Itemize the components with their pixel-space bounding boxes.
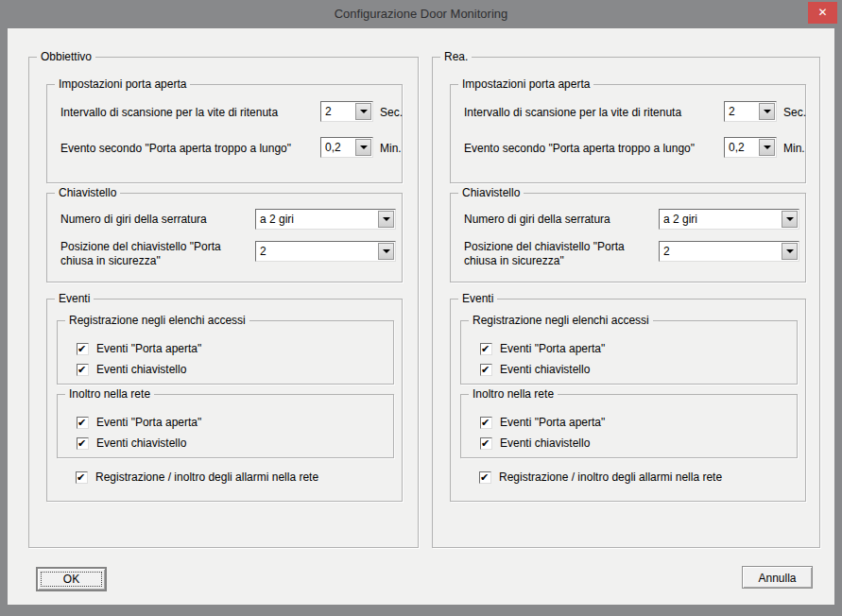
checkbox-label: Eventi chiavistello [500,363,590,376]
group-inoltro-rete: Inoltro nella rete Eventi "Porta aperta"… [57,394,394,458]
title-bar: Configurazione Door Monitoring ✕ [0,0,842,28]
chevron-down-icon [360,110,368,113]
checkbox-row: Eventi "Porta aperta" [77,341,201,356]
checkbox-row: Eventi "Porta aperta" [480,341,605,356]
checkbox-label: Eventi "Porta aperta" [500,416,605,429]
dialog-body: Obbiettivo Impostazioni porta aperta Int… [8,28,834,605]
chevron-down-icon [786,249,794,253]
checkbox-row: Eventi chiavistello [77,362,186,377]
panel-rea-title: Rea. [440,50,472,63]
checkbox-label: Eventi "Porta aperta" [96,416,201,429]
door-open-event-select[interactable]: 0,2 [320,137,373,158]
dropdown-button[interactable] [355,139,371,156]
checkbox-chiavistello[interactable] [480,364,492,376]
lock-turns-value: a 2 giri [260,213,294,226]
checkbox-porta-aperta[interactable] [480,417,492,429]
lock-turns-label: Numero di giri della serratura [464,213,610,226]
door-open-event-label: Evento secondo "Porta aperta troppo a lu… [60,142,291,155]
door-open-event-value: 0,2 [729,141,745,154]
door-open-event-label: Evento secondo "Porta aperta troppo a lu… [464,142,695,155]
lock-turns-label: Numero di giri della serratura [60,213,207,226]
group-title: Inoltro nella rete [469,387,558,401]
group-registrazione-accessi: Registrazione negli elenchi accessi Even… [460,320,798,385]
group-title: Impostazioni porta aperta [55,77,190,91]
group-chiavistello: Chiavistello Numero di giri della serrat… [46,193,403,282]
checkbox-label: Eventi chiavistello [96,363,186,376]
scan-interval-select[interactable]: 2 [320,101,373,122]
cancel-button-label: Annulla [758,572,796,585]
scan-interval-select[interactable]: 2 [724,101,777,122]
group-title: Eventi [458,292,497,305]
dropdown-button[interactable] [355,103,371,120]
group-title: Registrazione negli elenchi accessi [65,314,249,327]
scan-interval-unit: Sec. [783,106,806,119]
checkbox-row: Registrazione / inoltro degli allarmi ne… [76,470,318,485]
dropdown-button[interactable] [759,139,775,156]
group-title: Chiavistello [458,186,524,199]
checkbox-row: Eventi chiavistello [480,362,590,377]
group-impostazioni-porta-aperta: Impostazioni porta aperta Intervallo di … [450,84,806,183]
checkbox-label: Registrazione / inoltro degli allarmi ne… [499,471,722,484]
chevron-down-icon [764,110,771,113]
checkbox-row: Eventi "Porta aperta" [77,415,201,430]
scan-interval-label: Intervallo di scansione per la vite di r… [60,106,278,119]
close-button[interactable]: ✕ [808,2,837,24]
door-open-event-select[interactable]: 0,2 [724,137,777,158]
door-open-event-value: 0,2 [325,141,341,154]
checkbox-row: Eventi "Porta aperta" [480,415,605,430]
chevron-down-icon [360,145,368,149]
group-title: Registrazione negli elenchi accessi [469,314,653,327]
checkbox-row: Eventi chiavistello [480,436,590,451]
panel-obbiettivo-title: Obbiettivo [37,50,95,63]
scan-interval-unit: Sec. [380,106,403,119]
lock-turns-select[interactable]: a 2 giri [659,209,799,230]
checkbox-allarmi-rete[interactable] [76,471,88,484]
checkbox-chiavistello[interactable] [480,437,492,450]
cancel-button[interactable]: Annulla [742,566,813,589]
checkbox-label: Eventi chiavistello [500,436,590,450]
group-registrazione-accessi: Registrazione negli elenchi accessi Even… [57,320,394,385]
checkbox-porta-aperta[interactable] [77,343,89,355]
bolt-position-value: 2 [663,245,670,258]
group-eventi: Eventi Registrazione negli elenchi acces… [46,299,403,502]
dropdown-button[interactable] [782,243,798,260]
window-title: Configurazione Door Monitoring [0,7,842,21]
chevron-down-icon [383,217,390,221]
group-impostazioni-porta-aperta: Impostazioni porta aperta Intervallo di … [46,84,403,183]
bolt-position-select[interactable]: 2 [659,241,799,262]
lock-turns-select[interactable]: a 2 giri [255,209,396,230]
scan-interval-label: Intervallo di scansione per la vite di r… [464,106,681,119]
panel-obbiettivo: Obbiettivo Impostazioni porta aperta Int… [28,57,419,548]
group-chiavistello: Chiavistello Numero di giri della serrat… [450,193,806,282]
ok-button[interactable]: OK [36,567,107,591]
bolt-position-select[interactable]: 2 [255,241,396,262]
checkbox-label: Registrazione / inoltro degli allarmi ne… [95,471,318,484]
scan-interval-value: 2 [729,105,735,118]
dropdown-button[interactable] [759,103,775,120]
door-open-event-unit: Min. [783,142,805,155]
dropdown-button[interactable] [782,211,798,228]
chevron-down-icon [764,145,771,149]
checkbox-chiavistello[interactable] [77,437,89,450]
bolt-position-label: Posizione del chiavistello "Porta chiusa… [60,240,254,268]
dropdown-button[interactable] [378,243,394,260]
checkbox-label: Eventi chiavistello [96,436,186,450]
bolt-position-label: Posizione del chiavistello "Porta chiusa… [464,240,658,268]
checkbox-label: Eventi "Porta aperta" [500,342,605,355]
checkbox-porta-aperta[interactable] [77,417,89,429]
group-inoltro-rete: Inoltro nella rete Eventi "Porta aperta"… [460,394,798,458]
panel-rea: Rea. Impostazioni porta aperta Intervall… [432,57,820,548]
checkbox-allarmi-rete[interactable] [479,471,491,484]
checkbox-porta-aperta[interactable] [480,343,492,355]
checkbox-chiavistello[interactable] [77,364,89,376]
ok-button-label: OK [63,573,79,586]
group-title: Chiavistello [55,186,120,199]
scan-interval-value: 2 [325,105,332,118]
chevron-down-icon [786,217,794,221]
group-eventi: Eventi Registrazione negli elenchi acces… [450,299,806,502]
dropdown-button[interactable] [378,211,394,228]
lock-turns-value: a 2 giri [663,213,697,226]
group-title: Eventi [55,292,94,305]
checkbox-label: Eventi "Porta aperta" [96,342,201,355]
close-icon: ✕ [817,6,827,19]
